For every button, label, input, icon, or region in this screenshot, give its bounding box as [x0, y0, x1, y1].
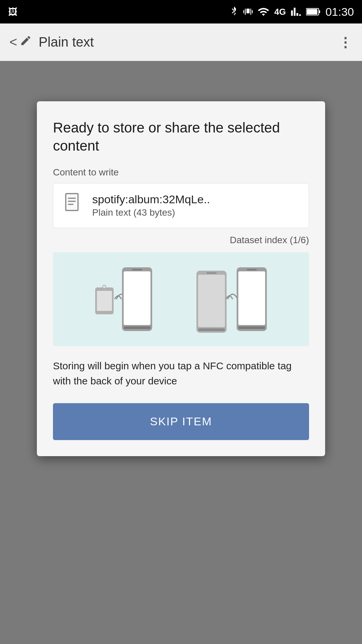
- nfc-phone-left: [92, 261, 159, 338]
- signal-icon: [291, 6, 301, 18]
- svg-rect-22: [238, 326, 265, 329]
- content-card-text: spotify:album:32MqLe.. Plain text (43 by…: [92, 193, 210, 218]
- content-type-icon: [64, 193, 83, 218]
- content-card: spotify:album:32MqLe.. Plain text (43 by…: [53, 183, 309, 228]
- app-bar-title: Plain text: [39, 35, 339, 50]
- wifi-icon: [257, 6, 269, 18]
- skip-item-button[interactable]: SKIP ITEM: [53, 403, 309, 440]
- status-bar: 🖼 4G 01:30: [0, 0, 362, 23]
- svg-rect-13: [132, 269, 142, 270]
- svg-rect-8: [97, 291, 112, 311]
- content-uri: spotify:album:32MqLe..: [92, 193, 210, 206]
- nfc-illustration: [53, 252, 309, 346]
- content-type-size: Plain text (43 bytes): [92, 207, 210, 218]
- dataset-index: Dataset index (1/6): [53, 235, 309, 246]
- nfc-description: Storing will begin when you tap a NFC co…: [53, 358, 309, 388]
- svg-rect-14: [124, 326, 150, 329]
- edit-icon[interactable]: [20, 35, 32, 50]
- bluetooth-icon: [229, 6, 239, 18]
- svg-rect-16: [198, 275, 225, 327]
- svg-rect-17: [206, 272, 217, 274]
- battery-icon: [306, 7, 321, 16]
- dialog: Ready to store or share the selected con…: [37, 101, 325, 456]
- svg-rect-3: [66, 194, 78, 210]
- app-bar: < Plain text ⋮: [0, 23, 362, 61]
- more-menu-button[interactable]: ⋮: [339, 35, 353, 50]
- background: Ready to store or share the selected con…: [0, 61, 362, 644]
- svg-rect-21: [247, 269, 257, 270]
- status-time: 01:30: [325, 5, 354, 18]
- svg-rect-1: [319, 10, 320, 13]
- content-label: Content to write: [53, 167, 309, 178]
- nfc-phone-right: [196, 261, 270, 338]
- svg-rect-18: [198, 328, 225, 331]
- photo-icon: 🖼: [8, 6, 17, 17]
- status-bar-right: 4G 01:30: [229, 5, 354, 18]
- svg-rect-12: [124, 271, 150, 325]
- 4g-icon: 4G: [274, 7, 286, 17]
- svg-point-10: [103, 285, 106, 288]
- vibrate-icon: [243, 6, 253, 18]
- app-bar-nav[interactable]: <: [9, 35, 32, 50]
- back-icon[interactable]: <: [9, 35, 17, 50]
- svg-rect-2: [307, 9, 317, 14]
- status-bar-left: 🖼: [8, 6, 17, 17]
- dialog-title: Ready to store or share the selected con…: [53, 119, 309, 155]
- svg-rect-20: [238, 271, 265, 325]
